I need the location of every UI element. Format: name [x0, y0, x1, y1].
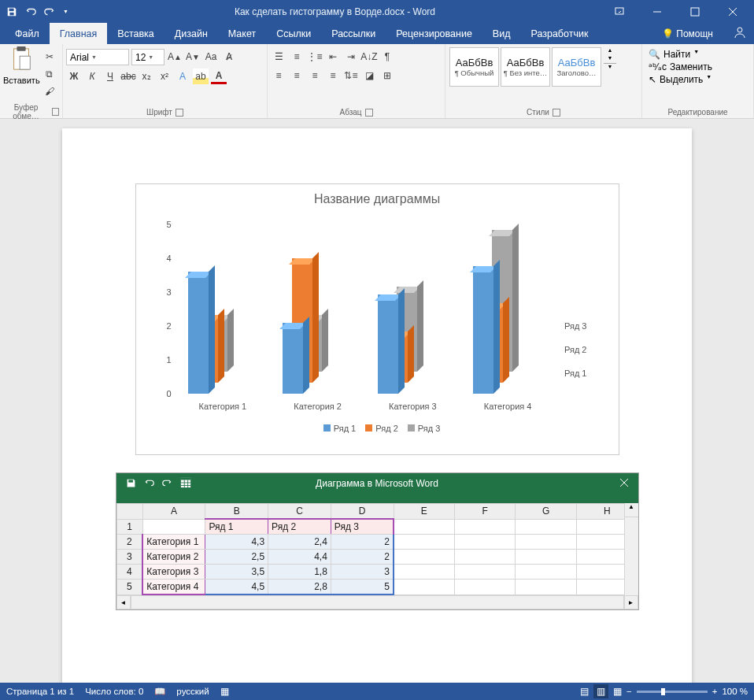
- italic-icon[interactable]: К: [84, 69, 100, 84]
- category-cell[interactable]: Категория 1: [142, 535, 205, 550]
- bar[interactable]: [473, 266, 493, 394]
- save-icon[interactable]: [6, 6, 17, 17]
- highlight-icon[interactable]: ab: [193, 69, 209, 84]
- ribbon-options-icon[interactable]: [601, 0, 638, 23]
- data-cell[interactable]: 4,3: [205, 535, 268, 550]
- align-right-icon[interactable]: ≡: [307, 68, 323, 83]
- font-size-combo[interactable]: 12▼: [131, 49, 164, 65]
- show-marks-icon[interactable]: ¶: [379, 49, 395, 65]
- chart[interactable]: Название диаграммы 012345 Категория 1Кат…: [135, 183, 619, 455]
- data-cell[interactable]: 2,4: [268, 535, 331, 550]
- paragraph-launcher-icon[interactable]: [365, 109, 373, 117]
- row-header[interactable]: 4: [116, 565, 142, 580]
- undo-icon[interactable]: [25, 6, 36, 17]
- status-word-count[interactable]: Число слов: 0: [85, 687, 143, 696]
- col-header[interactable]: F: [455, 504, 516, 520]
- sheet-hscroll[interactable]: ◄►: [116, 595, 638, 609]
- col-header[interactable]: A: [142, 504, 205, 520]
- text-effects-icon[interactable]: A: [175, 69, 190, 84]
- sort-icon[interactable]: A↓Z: [361, 49, 377, 65]
- data-grid[interactable]: ABCDEFGH1Ряд 1Ряд 2Ряд 32Категория 14,32…: [116, 503, 638, 595]
- status-page[interactable]: Страница 1 из 1: [6, 687, 74, 696]
- read-mode-icon[interactable]: ▤: [580, 686, 589, 697]
- tab-review[interactable]: Рецензирование: [386, 23, 482, 44]
- select-button[interactable]: ↖ Выделить ▼: [649, 74, 711, 85]
- data-cell[interactable]: 5: [331, 580, 394, 595]
- redo-icon[interactable]: [44, 6, 55, 17]
- col-header[interactable]: D: [331, 504, 394, 520]
- col-header[interactable]: [116, 504, 142, 520]
- bold-icon[interactable]: Ж: [66, 69, 82, 84]
- style-1[interactable]: АаБбВв¶ Без инте…: [501, 47, 550, 87]
- data-cell[interactable]: 2,5: [205, 550, 268, 565]
- bar[interactable]: [283, 323, 303, 394]
- row-header[interactable]: 3: [116, 550, 142, 565]
- category-cell[interactable]: Категория 3: [142, 565, 205, 580]
- col-header[interactable]: G: [516, 504, 576, 520]
- tab-design[interactable]: Дизайн: [164, 23, 218, 44]
- strikethrough-icon[interactable]: abc: [120, 69, 136, 84]
- tab-developer[interactable]: Разработчик: [520, 23, 598, 44]
- category-cell[interactable]: Категория 4: [142, 580, 205, 595]
- subscript-icon[interactable]: x₂: [139, 69, 154, 84]
- qat-dropdown-icon[interactable]: ▼: [63, 9, 68, 14]
- bullets-icon[interactable]: ☰: [271, 49, 286, 65]
- font-color-icon[interactable]: A: [211, 69, 227, 84]
- row-header[interactable]: 5: [116, 580, 142, 595]
- bar[interactable]: [378, 294, 398, 394]
- tab-references[interactable]: Ссылки: [266, 23, 321, 44]
- grow-font-icon[interactable]: A▲: [167, 49, 183, 65]
- underline-icon[interactable]: Ч: [102, 69, 118, 84]
- clipboard-launcher-icon[interactable]: [52, 108, 59, 116]
- change-case-icon[interactable]: Aa: [203, 49, 219, 65]
- find-button[interactable]: 🔍 Найти ▼: [649, 49, 699, 60]
- status-macros-icon[interactable]: ▦: [220, 686, 229, 697]
- sheet-close-icon[interactable]: [619, 478, 632, 490]
- series-header[interactable]: Ряд 2: [268, 519, 331, 535]
- data-cell[interactable]: 4,5: [205, 580, 268, 595]
- styles-more-icon[interactable]: ▲▼▼: [604, 47, 616, 69]
- paste-button[interactable]: Вставить: [3, 46, 40, 85]
- zoom-out-icon[interactable]: −: [626, 687, 632, 696]
- data-cell[interactable]: 2,8: [268, 580, 331, 595]
- numbering-icon[interactable]: ≡: [289, 49, 305, 65]
- tell-me-icon[interactable]: 💡 Помощн: [662, 28, 713, 39]
- row-header[interactable]: 2: [116, 535, 142, 550]
- replace-button[interactable]: ᵃᵇ⁄ₐc Заменить: [649, 61, 712, 72]
- borders-icon[interactable]: ⊞: [379, 68, 395, 83]
- minimize-icon[interactable]: [639, 0, 675, 23]
- style-2[interactable]: АаБбВвЗаголово…: [552, 47, 601, 87]
- tab-mailings[interactable]: Рассылки: [321, 23, 386, 44]
- copy-icon[interactable]: ⧉: [42, 66, 57, 82]
- data-cell[interactable]: 3: [331, 565, 394, 580]
- document-area[interactable]: Название диаграммы 012345 Категория 1Кат…: [0, 119, 754, 683]
- status-spellcheck-icon[interactable]: 📖: [154, 686, 165, 697]
- col-header[interactable]: B: [205, 504, 268, 520]
- status-language[interactable]: русский: [176, 687, 209, 696]
- style-0[interactable]: АаБбВв¶ Обычный: [449, 47, 499, 87]
- superscript-icon[interactable]: x²: [157, 69, 172, 84]
- zoom-in-icon[interactable]: +: [712, 687, 718, 696]
- format-painter-icon[interactable]: 🖌: [42, 83, 57, 99]
- series-header[interactable]: Ряд 3: [331, 519, 394, 535]
- data-cell[interactable]: 4,4: [268, 550, 331, 565]
- row-header[interactable]: 1: [116, 519, 142, 535]
- font-launcher-icon[interactable]: [176, 109, 183, 117]
- align-center-icon[interactable]: ≡: [289, 68, 305, 83]
- tab-layout[interactable]: Макет: [218, 23, 266, 44]
- data-cell[interactable]: 2: [331, 535, 394, 550]
- cut-icon[interactable]: ✂: [42, 49, 57, 65]
- tab-view[interactable]: Вид: [482, 23, 521, 44]
- shading-icon[interactable]: ◪: [361, 68, 377, 83]
- font-name-combo[interactable]: Arial▼: [66, 49, 129, 65]
- data-cell[interactable]: 3,5: [205, 565, 268, 580]
- data-cell[interactable]: 2: [331, 550, 394, 565]
- print-layout-icon[interactable]: ▥: [593, 684, 608, 698]
- data-cell[interactable]: 1,8: [268, 565, 331, 580]
- bar[interactable]: [188, 272, 209, 394]
- align-left-icon[interactable]: ≡: [271, 68, 286, 83]
- multilevel-icon[interactable]: ⋮≡: [307, 49, 323, 65]
- col-header[interactable]: C: [268, 504, 331, 520]
- account-icon[interactable]: [734, 26, 746, 42]
- tab-insert[interactable]: Вставка: [107, 23, 164, 44]
